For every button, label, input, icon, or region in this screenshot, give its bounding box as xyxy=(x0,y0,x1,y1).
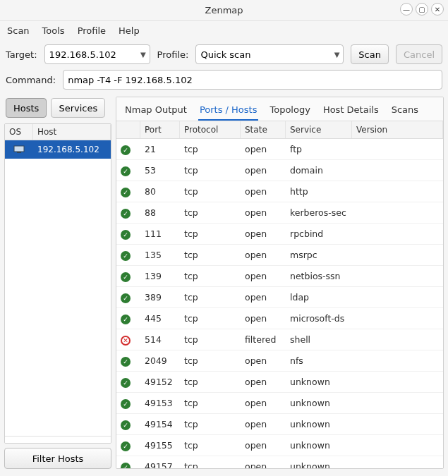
os-column-header[interactable]: OS xyxy=(5,124,33,140)
port-row[interactable]: ✓80tcpopenhttp xyxy=(116,181,443,202)
menu-tools[interactable]: Tools xyxy=(42,25,65,36)
status-ok-icon: ✓ xyxy=(121,230,131,240)
host-column-header[interactable]: Host xyxy=(33,124,111,140)
port-protocol-cell: tcp xyxy=(180,144,241,154)
port-protocol-cell: tcp xyxy=(180,440,241,451)
tab-topology[interactable]: Topology xyxy=(268,102,311,121)
profile-input[interactable] xyxy=(195,44,344,64)
port-row[interactable]: ✓21tcpopenftp xyxy=(116,139,443,160)
ports-table-body[interactable]: ✓21tcpopenftp✓53tcpopendomain✓80tcpopenh… xyxy=(116,139,443,468)
host-ip: 192.168.5.102 xyxy=(33,145,99,154)
target-input[interactable] xyxy=(44,44,150,64)
menu-help[interactable]: Help xyxy=(119,25,140,36)
port-status-cell: ✓ xyxy=(116,461,140,469)
protocol-column-header[interactable]: Protocol xyxy=(180,121,241,138)
port-protocol-cell: tcp xyxy=(180,461,241,468)
ports-table: Port Protocol State Service Version ✓21t… xyxy=(116,121,443,468)
port-status-cell: ✓ xyxy=(116,144,140,155)
port-row[interactable]: ✓49155tcpopenunknown xyxy=(116,435,443,456)
port-service-cell: unknown xyxy=(286,440,352,451)
port-protocol-cell: tcp xyxy=(180,355,241,366)
port-protocol-cell: tcp xyxy=(180,250,241,260)
port-number-cell: 139 xyxy=(140,271,180,281)
port-protocol-cell: tcp xyxy=(180,165,241,176)
scan-button[interactable]: Scan xyxy=(351,44,389,64)
command-input[interactable] xyxy=(63,70,442,90)
tab-host-details[interactable]: Host Details xyxy=(322,102,380,121)
port-number-cell: 53 xyxy=(140,165,180,176)
version-column-header[interactable]: Version xyxy=(352,121,443,138)
filter-hosts-button[interactable]: Filter Hosts xyxy=(4,448,111,469)
menu-profile[interactable]: Profile xyxy=(78,25,106,36)
port-state-cell: open xyxy=(241,250,286,260)
port-protocol-cell: tcp xyxy=(180,207,241,218)
port-row[interactable]: ✓135tcpopenmsrpc xyxy=(116,245,443,266)
port-row[interactable]: ✓389tcpopenldap xyxy=(116,287,443,308)
status-ok-icon: ✓ xyxy=(121,378,131,388)
service-column-header[interactable]: Service xyxy=(286,121,352,138)
port-row[interactable]: ✓111tcpopenrpcbind xyxy=(116,224,443,245)
status-ok-icon: ✓ xyxy=(121,145,131,155)
port-protocol-cell: tcp xyxy=(180,419,241,429)
port-state-cell: filtered xyxy=(241,334,286,345)
port-state-cell: open xyxy=(241,419,286,429)
port-status-cell: ✕ xyxy=(116,334,140,346)
status-ok-icon: ✓ xyxy=(121,293,131,303)
maximize-icon[interactable]: ▢ xyxy=(416,3,428,16)
right-pane: Nmap OutputPorts / HostsTopologyHost Det… xyxy=(116,97,444,469)
port-row[interactable]: ✓49157tcpopenunknown xyxy=(116,456,443,468)
port-service-cell: rpcbind xyxy=(286,228,352,239)
host-list: OS Host 192.168.5.102 xyxy=(4,123,111,444)
port-number-cell: 49155 xyxy=(140,440,180,451)
port-status-cell: ✓ xyxy=(116,228,140,240)
port-row[interactable]: ✓445tcpopenmicrosoft-ds xyxy=(116,308,443,329)
port-status-cell: ✓ xyxy=(116,419,140,430)
port-status-cell: ✓ xyxy=(116,207,140,219)
status-column-header[interactable] xyxy=(116,121,140,138)
titlebar: Zenmap — ▢ ✕ xyxy=(0,0,448,21)
port-column-header[interactable]: Port xyxy=(140,121,180,138)
host-list-scrollbar[interactable] xyxy=(5,436,111,443)
port-number-cell: 514 xyxy=(140,334,180,345)
port-service-cell: unknown xyxy=(286,398,352,408)
port-protocol-cell: tcp xyxy=(180,228,241,239)
port-status-cell: ✓ xyxy=(116,377,140,388)
status-ok-icon: ✓ xyxy=(121,399,131,409)
port-protocol-cell: tcp xyxy=(180,271,241,281)
port-service-cell: domain xyxy=(286,165,352,176)
status-ok-icon: ✓ xyxy=(121,188,131,197)
port-row[interactable]: ✕514tcpfilteredshell xyxy=(116,329,443,350)
port-row[interactable]: ✓2049tcpopennfs xyxy=(116,350,443,372)
command-toolbar: Command: xyxy=(0,67,448,92)
port-protocol-cell: tcp xyxy=(180,398,241,408)
host-row[interactable]: 192.168.5.102 xyxy=(5,140,111,159)
port-row[interactable]: ✓139tcpopennetbios-ssn xyxy=(116,266,443,287)
port-row[interactable]: ✓49152tcpopenunknown xyxy=(116,372,443,393)
state-column-header[interactable]: State xyxy=(241,121,286,138)
port-state-cell: open xyxy=(241,271,286,281)
port-service-cell: nfs xyxy=(286,355,352,366)
port-service-cell: unknown xyxy=(286,419,352,429)
port-row[interactable]: ✓53tcpopendomain xyxy=(116,160,443,181)
close-icon[interactable]: ✕ xyxy=(431,3,444,16)
port-row[interactable]: ✓49153tcpopenunknown xyxy=(116,393,443,414)
port-status-cell: ✓ xyxy=(116,186,140,197)
host-service-toggle: Hosts Services xyxy=(4,97,111,119)
port-number-cell: 49154 xyxy=(140,419,180,429)
port-service-cell: netbios-ssn xyxy=(286,271,352,281)
menubar: Scan Tools Profile Help xyxy=(0,21,448,42)
status-ok-icon: ✓ xyxy=(121,209,131,219)
port-service-cell: unknown xyxy=(286,461,352,468)
tab-ports-hosts[interactable]: Ports / Hosts xyxy=(198,102,259,121)
port-row[interactable]: ✓88tcpopenkerberos-sec xyxy=(116,202,443,224)
port-state-cell: open xyxy=(241,313,286,324)
tab-nmap-output[interactable]: Nmap Output xyxy=(123,102,188,121)
services-toggle-button[interactable]: Services xyxy=(51,98,105,118)
hosts-toggle-button[interactable]: Hosts xyxy=(6,98,47,118)
menu-scan[interactable]: Scan xyxy=(7,25,30,36)
svg-rect-0 xyxy=(14,146,24,152)
minimize-icon[interactable]: — xyxy=(400,3,413,16)
port-row[interactable]: ✓49154tcpopenunknown xyxy=(116,414,443,435)
tab-scans[interactable]: Scans xyxy=(390,102,420,121)
port-state-cell: open xyxy=(241,398,286,408)
